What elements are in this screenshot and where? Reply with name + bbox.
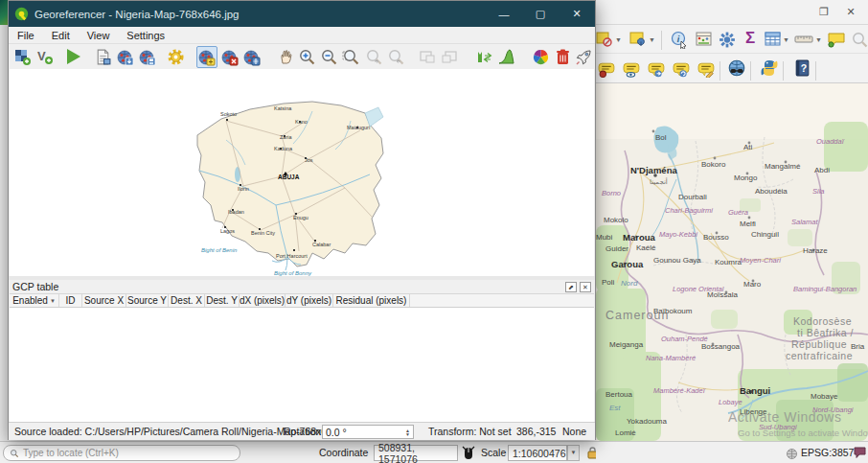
- label-edit-icon[interactable]: [695, 58, 718, 81]
- save-gcp-points-button[interactable]: [137, 46, 157, 68]
- map-label: Kaélé: [636, 243, 655, 252]
- new-layer-icon[interactable]: [627, 28, 650, 51]
- map-label: ti Bêafrika /: [797, 329, 854, 337]
- zoom-in-button[interactable]: [297, 46, 317, 68]
- col-dy-pixels[interactable]: dY (pixels): [286, 294, 333, 307]
- transform-status: Transform: Not set: [428, 426, 512, 437]
- gcp-float-icon[interactable]: ⬈: [565, 282, 577, 292]
- processing-toolbox-icon[interactable]: [716, 28, 739, 51]
- label-rotate-icon[interactable]: [670, 58, 693, 81]
- zoom-out-button[interactable]: [319, 46, 339, 68]
- menu-edit[interactable]: Edit: [43, 28, 79, 43]
- col-source-x[interactable]: Source X: [82, 294, 126, 307]
- nigeria-map-labels: SokotoKatsinaKanoMaiduguriZariaKadunaJos…: [169, 82, 410, 276]
- label-move-icon[interactable]: [645, 58, 668, 81]
- enabled-filter-arrow[interactable]: ▼: [50, 298, 56, 304]
- map-label: Bamingui-Bangoran: [793, 285, 857, 293]
- col-dest-y[interactable]: Dest. Y: [205, 294, 240, 307]
- map-label: Mongo: [734, 174, 757, 182]
- crs-globe-icon[interactable]: [786, 447, 798, 463]
- open-raster-button[interactable]: [12, 46, 33, 68]
- plugin-rocket-button[interactable]: [575, 46, 595, 68]
- map-label: Chari-Baguirmi: [665, 206, 713, 215]
- start-georeferencing-button[interactable]: [63, 46, 83, 68]
- add-point-button[interactable]: [196, 46, 217, 68]
- locate-placeholder: Type to locate (Ctrl+K): [23, 448, 119, 458]
- map-label: Kano: [295, 119, 308, 125]
- scale-combo[interactable]: 1:10600476: [508, 445, 567, 461]
- qgis-statusbar-right: EPSG:3857: [596, 441, 868, 463]
- geo-maximize-button[interactable]: ▢: [522, 1, 559, 27]
- map-label: Maiduguri: [347, 125, 370, 130]
- layer-styling-icon[interactable]: [593, 28, 616, 51]
- attribute-table-dropdown[interactable]: ▼: [783, 28, 790, 51]
- open-attribute-table-icon[interactable]: [762, 28, 785, 51]
- col-dx-pixels[interactable]: dX (pixels): [240, 294, 286, 307]
- col-residual-pixels[interactable]: Residual (pixels): [333, 294, 410, 307]
- layer-styling-dropdown[interactable]: ▼: [615, 28, 623, 51]
- generate-gdal-script-button[interactable]: [93, 46, 113, 68]
- move-point-button[interactable]: [241, 46, 262, 68]
- messages-icon[interactable]: [853, 446, 867, 463]
- geo-rotation-spin-arrows[interactable]: ▲▼: [405, 428, 410, 436]
- zoom-to-layer-button[interactable]: [341, 46, 361, 68]
- geo-close-button[interactable]: ✕: [559, 1, 595, 27]
- menu-view[interactable]: View: [79, 28, 119, 43]
- col-dest-x[interactable]: Dest. X: [169, 294, 205, 307]
- geo-rotation-spinbox[interactable]: 0.0 ° ▲▼: [322, 425, 414, 439]
- coordinate-input[interactable]: 508931, 1571076: [374, 445, 458, 461]
- raster-color-button[interactable]: [531, 46, 551, 68]
- help-contents-icon[interactable]: ?: [790, 57, 813, 80]
- transformation-settings-button[interactable]: [166, 46, 186, 68]
- scale-dropdown[interactable]: ▼: [567, 445, 580, 461]
- map-label: Bol: [655, 133, 667, 142]
- geo-rotation-label: Rotation: [284, 426, 321, 437]
- scale-label: Scale: [481, 447, 506, 458]
- map-label: Zaria: [280, 134, 292, 140]
- locate-input[interactable]: Type to locate (Ctrl+K): [3, 445, 240, 461]
- georeferencer-canvas[interactable]: SokotoKatsinaKanoMaiduguriZariaKadunaJos…: [10, 69, 594, 276]
- identify-features-icon[interactable]: i: [668, 28, 691, 51]
- map-label: Sila: [812, 187, 825, 196]
- qgis-map-canvas[interactable]: BolN'DjaménaأنجميناBokoroAtiMangalméAbdi…: [596, 83, 868, 441]
- mouse-position-icon[interactable]: [462, 446, 475, 462]
- menu-settings[interactable]: Settings: [118, 28, 173, 43]
- map-label: Bokoro: [701, 160, 725, 169]
- histogram-stretch-local-button[interactable]: [496, 46, 516, 68]
- new-layer-dropdown[interactable]: ▼: [649, 28, 656, 51]
- qgis-restore-button[interactable]: ❐: [816, 4, 832, 19]
- map-tips-icon[interactable]: [825, 28, 848, 51]
- zoom-last-button: [363, 46, 383, 68]
- map-label: Port Harcourt: [276, 253, 308, 259]
- qgis-close-button[interactable]: ✕: [843, 4, 858, 19]
- map-label: Mokolo: [604, 216, 628, 224]
- zoom-next-button: [386, 46, 406, 68]
- cursor-coords: 386,-315: [516, 426, 556, 437]
- measure-tool-icon[interactable]: [792, 28, 815, 51]
- col-source-y[interactable]: Source Y: [126, 294, 169, 307]
- map-label: Koumra: [715, 258, 742, 266]
- gcp-table-body[interactable]: [10, 308, 594, 422]
- measure-dropdown[interactable]: ▼: [815, 28, 823, 51]
- pan-button[interactable]: [275, 46, 295, 68]
- open-vector-button[interactable]: V: [34, 46, 55, 68]
- load-gcp-points-button[interactable]: [115, 46, 135, 68]
- col-id[interactable]: ID: [59, 294, 82, 307]
- label-visibility-icon[interactable]: [620, 58, 643, 81]
- python-console-icon[interactable]: [758, 57, 781, 80]
- gcp-close-icon[interactable]: ✕: [580, 282, 591, 292]
- delete-trash-button[interactable]: [553, 46, 573, 68]
- delete-point-button[interactable]: [219, 46, 240, 68]
- statistical-summary-icon[interactable]: [693, 28, 716, 51]
- map-label: Lomié: [615, 428, 636, 437]
- georeferencer-titlebar[interactable]: Georeferencer - Nigeria-Map-768x646.jpg …: [9, 1, 595, 27]
- col-enabled[interactable]: Enabled▼: [10, 294, 59, 307]
- show-statistics-sigma-icon[interactable]: Σ: [739, 27, 762, 50]
- menu-file[interactable]: File: [9, 28, 43, 43]
- label-pin-icon[interactable]: [595, 58, 618, 81]
- map-label: Mangalmé: [765, 162, 800, 171]
- crs-value[interactable]: EPSG:3857: [801, 447, 854, 458]
- metasearch-globe-icon[interactable]: [725, 57, 748, 80]
- geo-minimize-button[interactable]: —: [486, 1, 522, 27]
- histogram-stretch-full-button[interactable]: [474, 46, 494, 68]
